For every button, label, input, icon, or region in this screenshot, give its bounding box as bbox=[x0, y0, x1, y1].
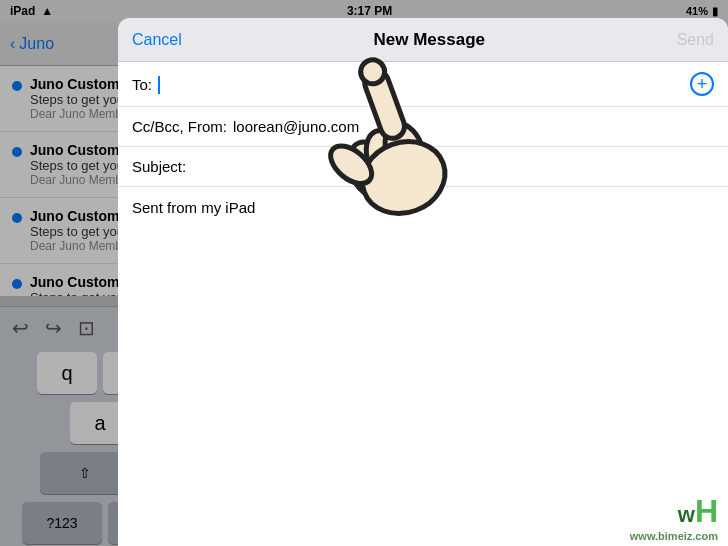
cancel-button[interactable]: Cancel bbox=[132, 31, 182, 49]
compose-body[interactable]: Sent from my iPad bbox=[118, 187, 728, 546]
compose-title: New Message bbox=[373, 30, 485, 50]
subject-input[interactable] bbox=[192, 158, 714, 175]
to-input[interactable] bbox=[158, 74, 690, 93]
to-label: To: bbox=[132, 76, 152, 93]
add-contact-button[interactable]: + bbox=[690, 72, 714, 96]
compose-sheet: Cancel New Message Send To: + Cc/Bcc, Fr… bbox=[118, 18, 728, 546]
subject-label: Subject: bbox=[132, 158, 186, 175]
send-button[interactable]: Send bbox=[677, 31, 714, 49]
cc-value[interactable]: loorean@juno.com bbox=[233, 118, 714, 135]
cc-label: Cc/Bcc, From: bbox=[132, 118, 227, 135]
cc-row: Cc/Bcc, From: loorean@juno.com bbox=[118, 107, 728, 147]
compose-header: Cancel New Message Send bbox=[118, 18, 728, 62]
cursor bbox=[158, 76, 160, 94]
subject-row: Subject: bbox=[118, 147, 728, 187]
to-row: To: + bbox=[118, 62, 728, 107]
